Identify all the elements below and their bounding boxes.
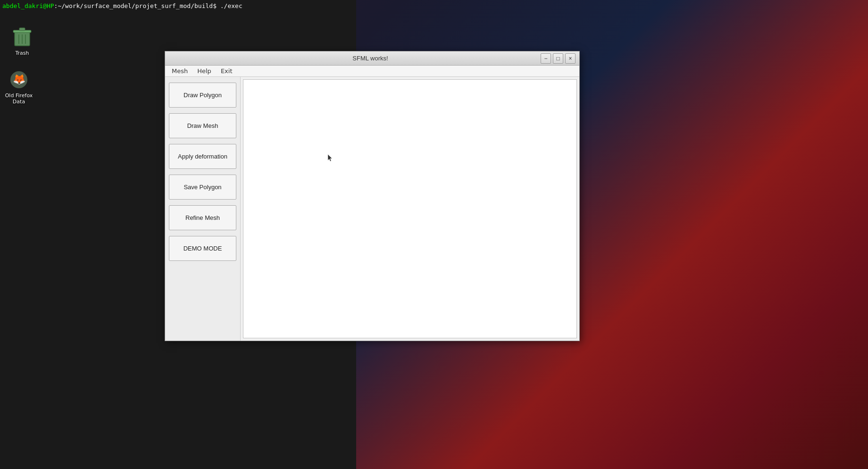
maximize-button[interactable]: □ xyxy=(553,53,563,64)
terminal-dollar: $ xyxy=(213,2,217,9)
trash-icon xyxy=(11,26,33,49)
title-bar-controls: − □ × xyxy=(541,53,576,64)
desktop-icon-trash[interactable]: Trash xyxy=(6,26,39,56)
menu-help[interactable]: Help xyxy=(192,67,216,75)
terminal-prompt: abdel_dakri@HP:~/work/surface_model/proj… xyxy=(2,2,354,9)
firefox-icon-label: Old Firefox Data xyxy=(2,92,35,105)
firefox-icon: 🦊 xyxy=(8,68,30,91)
desktop: abdel_dakri@HP:~/work/surface_model/proj… xyxy=(0,0,868,469)
desktop-icon-firefox[interactable]: 🦊 Old Firefox Data xyxy=(2,68,35,105)
terminal-path: :~/work/surface_model/projet_surf_mod/bu… xyxy=(54,2,213,9)
close-button[interactable]: × xyxy=(565,53,576,64)
apply-deformation-button[interactable]: Apply deformation xyxy=(169,144,236,169)
svg-text:🦊: 🦊 xyxy=(13,73,26,85)
svg-rect-2 xyxy=(19,28,25,31)
menu-bar: Mesh Help Exit xyxy=(165,66,579,77)
terminal-command: ./exec xyxy=(217,2,242,9)
demo-mode-button[interactable]: DEMO MODE xyxy=(169,236,236,261)
cursor-position xyxy=(327,154,330,157)
menu-exit[interactable]: Exit xyxy=(216,67,237,75)
window-title: SFML works! xyxy=(200,55,541,62)
window-content: Draw Polygon Draw Mesh Apply deformation… xyxy=(165,77,579,341)
save-polygon-button[interactable]: Save Polygon xyxy=(169,175,236,200)
draw-polygon-button[interactable]: Draw Polygon xyxy=(169,83,236,108)
minimize-button[interactable]: − xyxy=(541,53,551,64)
sfml-window: SFML works! − □ × Mesh Help Exit Draw Po… xyxy=(165,51,580,341)
sidebar: Draw Polygon Draw Mesh Apply deformation… xyxy=(165,77,241,341)
refine-mesh-button[interactable]: Refine Mesh xyxy=(169,205,236,230)
draw-mesh-button[interactable]: Draw Mesh xyxy=(169,113,236,138)
menu-mesh[interactable]: Mesh xyxy=(167,67,192,75)
terminal-user-host: abdel_dakri@HP xyxy=(2,2,54,9)
trash-icon-label: Trash xyxy=(15,50,29,56)
canvas-area[interactable] xyxy=(243,79,577,338)
title-bar: SFML works! − □ × xyxy=(165,51,579,66)
